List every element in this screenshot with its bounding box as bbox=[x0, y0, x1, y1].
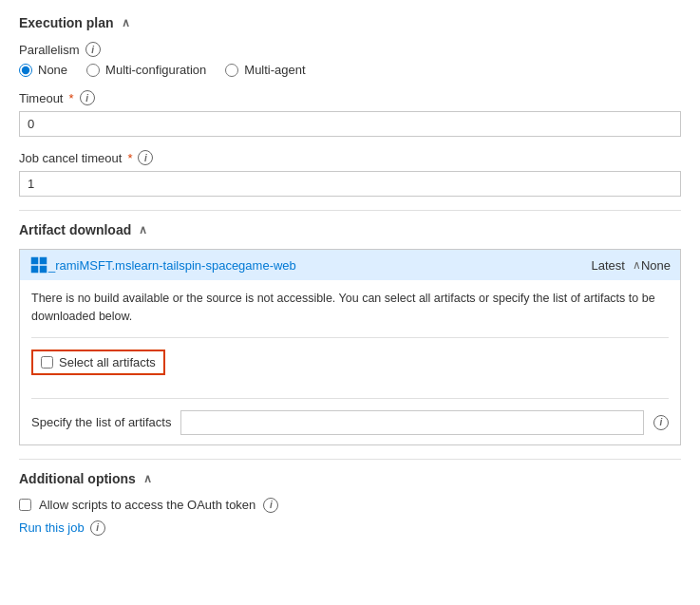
execution-plan-title: Execution plan bbox=[19, 15, 114, 30]
job-cancel-timeout-group: Job cancel timeout * i bbox=[19, 150, 681, 197]
execution-plan-chevron[interactable]: ∧ bbox=[122, 16, 130, 29]
radio-none-label: None bbox=[38, 63, 67, 77]
allow-scripts-info-icon[interactable]: i bbox=[263, 498, 278, 513]
select-all-label[interactable]: Select all artifacts bbox=[59, 355, 156, 369]
radio-multi-config-input[interactable] bbox=[86, 64, 100, 77]
parallelism-label: Parallelism bbox=[19, 43, 80, 57]
allow-scripts-row: Allow scripts to access the OAuth token … bbox=[19, 498, 681, 513]
parallelism-group: Parallelism i None Multi-configuration M… bbox=[19, 42, 681, 77]
specify-label: Specify the list of artifacts bbox=[31, 415, 171, 429]
artifact-none: None bbox=[641, 258, 671, 273]
parallelism-info-icon[interactable]: i bbox=[85, 42, 101, 57]
run-this-job-info-icon[interactable]: i bbox=[90, 520, 105, 536]
specify-artifacts-input[interactable] bbox=[180, 410, 644, 435]
execution-plan-header: Execution plan ∧ bbox=[19, 15, 681, 30]
job-cancel-timeout-label: Job cancel timeout bbox=[19, 151, 122, 165]
timeout-group: Timeout * i bbox=[19, 90, 681, 137]
specify-artifacts-row: Specify the list of artifacts i bbox=[31, 410, 669, 435]
radio-multi-agent-label: Multi-agent bbox=[244, 63, 305, 77]
artifact-expand-chevron[interactable]: ∧ bbox=[633, 258, 641, 272]
parallelism-label-row: Parallelism i bbox=[19, 42, 681, 57]
artifact-download-header: Artifact download ∧ bbox=[19, 222, 681, 237]
artifact-message: There is no build available or the sourc… bbox=[31, 290, 669, 326]
radio-none[interactable]: None bbox=[19, 63, 67, 77]
additional-options-section: Additional options ∧ Allow scripts to ac… bbox=[19, 471, 681, 536]
artifact-box: _ramiMSFT.mslearn-tailspin-spacegame-web… bbox=[19, 249, 681, 445]
radio-multi-agent-input[interactable] bbox=[225, 64, 238, 77]
artifact-name[interactable]: _ramiMSFT.mslearn-tailspin-spacegame-web bbox=[48, 258, 592, 273]
svg-rect-1 bbox=[40, 257, 47, 264]
timeout-label-row: Timeout * i bbox=[19, 90, 681, 105]
job-cancel-info-icon[interactable]: i bbox=[138, 150, 153, 165]
specify-info-icon[interactable]: i bbox=[653, 415, 669, 430]
artifact-latest: Latest bbox=[592, 258, 625, 273]
radio-multi-agent[interactable]: Multi-agent bbox=[225, 63, 305, 77]
execution-plan-section: Execution plan ∧ Parallelism i None Mult… bbox=[19, 15, 681, 197]
svg-rect-2 bbox=[31, 266, 38, 273]
parallelism-radio-group: None Multi-configuration Multi-agent bbox=[19, 63, 681, 77]
artifact-divider bbox=[31, 337, 669, 338]
divider-1 bbox=[19, 210, 681, 211]
artifact-body: There is no build available or the sourc… bbox=[20, 280, 680, 444]
additional-options-header: Additional options ∧ bbox=[19, 471, 681, 486]
divider-2 bbox=[19, 459, 681, 460]
select-all-container[interactable]: Select all artifacts bbox=[31, 350, 165, 375]
run-this-job-row: Run this job i bbox=[19, 520, 681, 536]
allow-scripts-label: Allow scripts to access the OAuth token bbox=[39, 498, 255, 512]
radio-multi-config-label: Multi-configuration bbox=[105, 63, 206, 77]
artifact-download-section: Artifact download ∧ _ramiMSFT.mslearn-ta… bbox=[19, 222, 681, 445]
job-cancel-timeout-label-row: Job cancel timeout * i bbox=[19, 150, 681, 165]
artifact-download-title: Artifact download bbox=[19, 222, 131, 237]
artifact-divider-2 bbox=[31, 398, 669, 399]
timeout-info-icon[interactable]: i bbox=[80, 90, 95, 105]
svg-rect-3 bbox=[40, 266, 47, 273]
timeout-label: Timeout bbox=[19, 91, 63, 105]
job-cancel-timeout-input[interactable] bbox=[19, 171, 681, 197]
timeout-input[interactable] bbox=[19, 111, 681, 137]
artifact-build-icon bbox=[29, 255, 48, 274]
additional-options-chevron[interactable]: ∧ bbox=[143, 472, 152, 485]
artifact-header-row: _ramiMSFT.mslearn-tailspin-spacegame-web… bbox=[20, 250, 680, 280]
artifact-download-chevron[interactable]: ∧ bbox=[139, 223, 147, 236]
timeout-required: * bbox=[68, 91, 73, 105]
svg-rect-0 bbox=[31, 257, 38, 264]
select-all-checkbox[interactable] bbox=[41, 356, 53, 369]
artifact-header-flex: _ramiMSFT.mslearn-tailspin-spacegame-web… bbox=[29, 255, 671, 274]
radio-multi-config[interactable]: Multi-configuration bbox=[86, 63, 206, 77]
additional-options-title: Additional options bbox=[19, 471, 136, 486]
allow-scripts-checkbox[interactable] bbox=[19, 499, 31, 511]
radio-none-input[interactable] bbox=[19, 64, 32, 77]
job-cancel-required: * bbox=[127, 151, 132, 165]
run-this-job-label[interactable]: Run this job bbox=[19, 520, 85, 535]
